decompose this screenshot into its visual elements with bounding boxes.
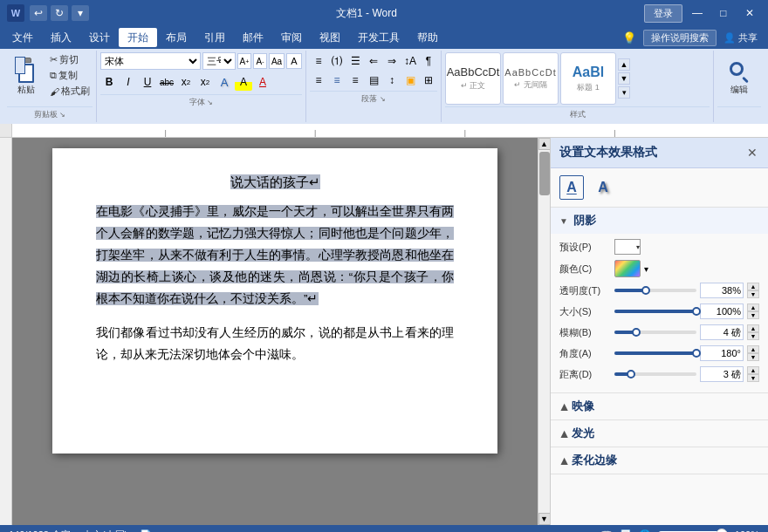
glow-header[interactable]: ▶ 发光 [551, 420, 768, 447]
scroll-up-button[interactable]: ▲ [538, 138, 551, 150]
distance-down[interactable]: ▼ [747, 374, 759, 382]
text-highlight-button[interactable]: A [235, 73, 252, 91]
border-button[interactable]: ⊞ [420, 72, 437, 89]
blur-input[interactable] [700, 324, 744, 340]
size-slider[interactable] [614, 310, 696, 313]
align-right[interactable]: ≡ [346, 72, 364, 89]
transparency-up[interactable]: ▲ [747, 283, 759, 290]
styles-scroll-down[interactable]: ▼ [618, 72, 630, 85]
text-format-a-icon[interactable]: A [559, 175, 584, 200]
font-size-increase[interactable]: A+ [237, 53, 251, 69]
menu-view[interactable]: 视图 [311, 28, 349, 47]
soft-edges-header[interactable]: ▶ 柔化边缘 [551, 447, 768, 474]
color-arrow-icon[interactable]: ▾ [644, 264, 648, 274]
preset-swatch[interactable]: ▾ [614, 239, 641, 255]
menu-design[interactable]: 设计 [80, 28, 119, 47]
distance-slider[interactable] [614, 372, 696, 376]
cut-button[interactable]: ✂剪切 [47, 52, 93, 67]
format-painter-button[interactable]: 🖌格式刷 [47, 84, 93, 99]
menu-references[interactable]: 引用 [195, 28, 234, 47]
underline-button[interactable]: U [139, 73, 156, 91]
angle-down[interactable]: ▼ [747, 353, 759, 361]
transparency-down[interactable]: ▼ [747, 290, 759, 298]
decrease-indent[interactable]: ⇐ [365, 52, 382, 70]
distance-input[interactable] [700, 366, 744, 382]
font-name-selector[interactable]: 宋体 [100, 52, 201, 70]
subscript-button[interactable]: x2 [177, 73, 195, 91]
para-row-2: ≡ ≡ ≡ ▤ ↕ ▣ ⊞ [310, 72, 437, 89]
customize-button[interactable]: ▾ [72, 5, 89, 21]
transparency-slider[interactable] [614, 289, 696, 292]
close-button[interactable]: ✕ [738, 4, 761, 22]
angle-input[interactable] [700, 345, 744, 361]
show-formatting[interactable]: ¶ [420, 52, 437, 70]
angle-up[interactable]: ▲ [747, 345, 759, 353]
menu-home[interactable]: 开始 [119, 28, 157, 47]
font-size-selector[interactable]: 三号 [202, 52, 236, 70]
share-button[interactable]: 👤 共享 [723, 31, 758, 44]
italic-button[interactable]: I [120, 73, 137, 91]
styles-scroll-up[interactable]: ▲ [618, 58, 630, 71]
style-normal[interactable]: AaBbCcDt ↵ 正文 [445, 52, 501, 105]
styles-more[interactable]: ▾ [618, 86, 630, 99]
angle-slider[interactable] [614, 351, 696, 355]
login-button[interactable]: 登录 [644, 4, 682, 23]
superscript-button[interactable]: x2 [196, 73, 214, 91]
font-clear-button[interactable]: A [286, 53, 302, 69]
document-page[interactable]: 说大话的孩子↵ 在电影《心灵捕手》里，威尔是一个天才，可以解出全世界只有两个人会… [52, 148, 497, 454]
paste-button[interactable]: 粘贴 [7, 52, 45, 101]
scroll-down-button[interactable]: ▼ [538, 513, 551, 525]
transparency-input[interactable] [700, 283, 744, 298]
blur-slider[interactable] [614, 331, 696, 334]
find-replace-button[interactable]: 编辑 [720, 52, 758, 105]
strikethrough-button[interactable]: abc [158, 73, 175, 91]
align-left[interactable]: ≡ [310, 72, 327, 89]
multilevel-button[interactable]: ☰ [346, 52, 364, 70]
bullets-button[interactable]: ≡ [310, 52, 327, 70]
read-mode-button[interactable]: 📖 [600, 529, 613, 533]
menu-help[interactable]: 帮助 [408, 28, 447, 47]
format-panel-close[interactable]: ✕ [745, 146, 759, 160]
bold-button[interactable]: B [100, 73, 118, 91]
color-picker[interactable] [614, 260, 641, 277]
size-up[interactable]: ▲ [747, 304, 759, 311]
increase-indent[interactable]: ⇒ [383, 52, 401, 70]
copy-button[interactable]: ⧉复制 [47, 68, 93, 83]
print-layout-button[interactable]: 📃 [620, 529, 632, 533]
shading-button[interactable]: ▣ [401, 72, 419, 89]
blur-down[interactable]: ▼ [747, 332, 759, 340]
scroll-thumb[interactable] [539, 152, 550, 195]
text-format-a-shadow-icon[interactable]: A [591, 175, 615, 200]
clear-format-button[interactable]: Aa [269, 53, 285, 69]
justify[interactable]: ▤ [365, 72, 382, 89]
menu-mailings[interactable]: 邮件 [234, 28, 272, 47]
style-nospace[interactable]: AaBbCcDt ↵ 无间隔 [503, 52, 559, 105]
menu-review[interactable]: 审阅 [272, 28, 311, 47]
undo-button[interactable]: ↩ [30, 5, 47, 21]
redo-button[interactable]: ↻ [51, 5, 68, 21]
size-input[interactable] [700, 304, 744, 319]
document-area: 说大话的孩子↵ 在电影《心灵捕手》里，威尔是一个天才，可以解出全世界只有两个人会… [12, 138, 550, 525]
blur-up[interactable]: ▲ [747, 324, 759, 332]
distance-up[interactable]: ▲ [747, 366, 759, 374]
numbering-button[interactable]: ⑴ [328, 52, 346, 70]
text-effect-button[interactable]: A [216, 73, 233, 91]
font-color-button[interactable]: A [254, 73, 271, 91]
web-view-button[interactable]: 🌐 [639, 529, 651, 533]
size-down[interactable]: ▼ [747, 311, 759, 319]
sort-button[interactable]: ↕A [401, 52, 419, 70]
line-spacing[interactable]: ↕ [383, 72, 401, 89]
menu-developer[interactable]: 开发工具 [349, 28, 408, 47]
shadow-section: ▼ 阴影 预设(P) ▾ 颜色(C) [551, 208, 768, 393]
menu-layout[interactable]: 布局 [157, 28, 195, 47]
style-heading1[interactable]: AaBl 标题 1 [560, 52, 616, 105]
reflection-header[interactable]: ▶ 映像 [551, 393, 768, 419]
shadow-header[interactable]: ▼ 阴影 [551, 208, 768, 234]
align-center[interactable]: ≡ [328, 72, 346, 89]
minimize-button[interactable]: — [686, 4, 709, 22]
menu-file[interactable]: 文件 [3, 28, 42, 47]
menu-insert[interactable]: 插入 [42, 28, 80, 47]
maximize-button[interactable]: □ [712, 4, 735, 22]
font-size-decrease[interactable]: A- [253, 53, 267, 69]
search-box[interactable]: 操作说明搜索 [643, 30, 717, 46]
